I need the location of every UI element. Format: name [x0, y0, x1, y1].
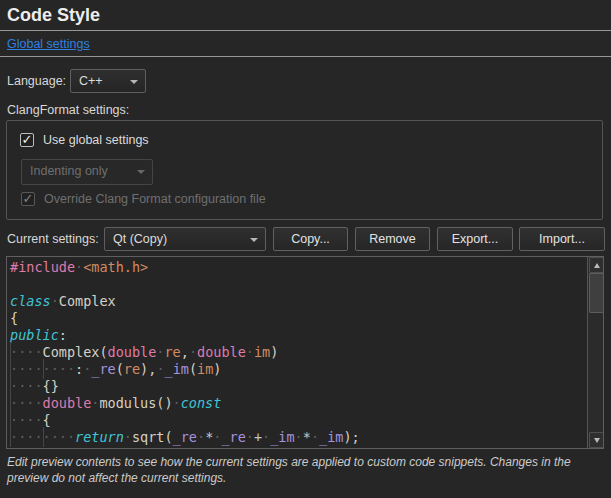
code-preview-editor[interactable]: #include·<math.h>class·Complex{public:··… — [6, 256, 604, 449]
code-line: class·Complex — [7, 293, 603, 310]
use-global-settings-label: Use global settings — [43, 133, 149, 147]
code-line — [7, 276, 603, 293]
dropdown-arrow-icon — [250, 238, 258, 242]
scroll-down-icon — [594, 438, 600, 443]
scroll-down-button[interactable] — [589, 432, 604, 448]
dropdown-arrow-icon — [130, 80, 138, 84]
global-settings-link[interactable]: Global settings — [7, 37, 90, 51]
copy-button[interactable]: Copy... — [273, 227, 348, 251]
formatting-mode-combobox: Indenting only — [21, 159, 153, 185]
vertical-scrollbar[interactable] — [587, 257, 603, 448]
clangformat-settings-label: ClangFormat settings: — [7, 103, 129, 117]
code-line: ····double·modulus()·const — [7, 395, 603, 412]
code-lines-container: #include·<math.h>class·Complex{public:··… — [7, 259, 603, 446]
language-combobox-value: C++ — [79, 74, 103, 88]
import-button[interactable]: Import... — [519, 227, 605, 251]
checkbox-checked-icon[interactable]: ✓ — [20, 133, 34, 147]
current-settings-value: Qt (Copy) — [113, 232, 167, 246]
checkbox-checked-icon: ✓ — [21, 192, 35, 206]
remove-button[interactable]: Remove — [355, 227, 430, 251]
preview-help-note: Edit preview contents to see how the cur… — [7, 454, 607, 486]
code-line: #include·<math.h> — [7, 259, 603, 276]
language-label: Language: — [7, 74, 66, 88]
code-line: ····{} — [7, 378, 603, 395]
export-button[interactable]: Export... — [437, 227, 513, 251]
formatting-mode-value: Indenting only — [30, 164, 108, 178]
override-clang-format-checkbox: ✓ Override Clang Format configuration fi… — [21, 192, 266, 206]
code-line: { — [7, 310, 603, 327]
code-line: ········return·sqrt(_re·*·_re·+·_im·*·_i… — [7, 429, 603, 446]
current-settings-combobox[interactable]: Qt (Copy) — [104, 227, 266, 251]
scroll-up-icon — [594, 263, 600, 268]
code-line: ····{ — [7, 412, 603, 429]
link-separator — [0, 56, 611, 57]
scroll-up-button[interactable] — [589, 257, 604, 273]
code-line: ····Complex(double·re,·double·im) — [7, 344, 603, 361]
dropdown-arrow-icon — [137, 170, 145, 174]
override-clang-format-label: Override Clang Format configuration file — [44, 192, 266, 206]
language-combobox[interactable]: C++ — [70, 69, 146, 93]
title-separator — [0, 30, 611, 31]
use-global-settings-checkbox[interactable]: ✓ Use global settings — [20, 133, 149, 147]
clangformat-groupbox: ✓ Use global settings Indenting only ✓ O… — [6, 120, 603, 220]
page-title: Code Style — [7, 5, 100, 26]
current-settings-label: Current settings: — [7, 232, 99, 246]
code-line: ········:·_re(re),·_im(im) — [7, 361, 603, 378]
scrollbar-thumb[interactable] — [589, 273, 604, 313]
code-line: public: — [7, 327, 603, 344]
